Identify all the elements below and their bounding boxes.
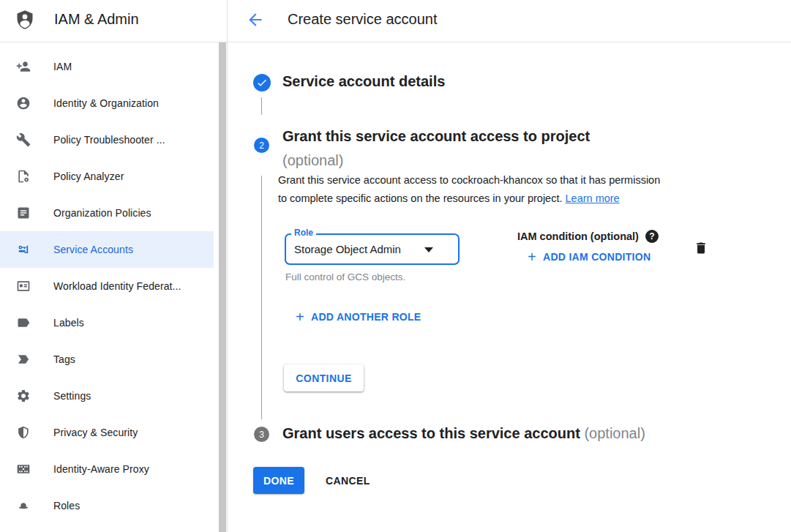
sidebar-item-service-accounts[interactable]: Service Accounts bbox=[0, 231, 214, 268]
sidebar-item-label: Tags bbox=[53, 353, 75, 365]
wrench-icon bbox=[16, 132, 31, 147]
sidebar-item-labels[interactable]: Labels bbox=[0, 304, 214, 341]
sidebar-item-label: Privacy & Security bbox=[53, 427, 138, 438]
back-arrow-icon[interactable] bbox=[246, 10, 265, 29]
person-add-icon bbox=[16, 59, 31, 74]
sidebar-divider bbox=[227, 0, 228, 532]
sidebar-item-label: Labels bbox=[53, 317, 84, 329]
step2-description: Grant this service account access to coc… bbox=[278, 171, 660, 208]
label-icon bbox=[16, 315, 31, 330]
iam-admin-console: IAM & Admin Create service account IAM I… bbox=[0, 0, 791, 532]
sidebar-item-label: IAM bbox=[53, 61, 72, 72]
sidebar-item-roles[interactable]: Roles bbox=[0, 487, 214, 524]
workload-identity-card-icon bbox=[16, 279, 31, 293]
sidebar-item-label: Policy Analyzer bbox=[53, 171, 124, 182]
iam-condition-header: IAM condition (optional) ? bbox=[517, 230, 659, 243]
plus-icon: + bbox=[528, 250, 536, 264]
sidebar-item-settings[interactable]: Settings bbox=[0, 378, 214, 414]
identity-aware-proxy-icon bbox=[16, 462, 31, 476]
product-title: IAM & Admin bbox=[54, 11, 139, 28]
delete-role-trash-icon[interactable] bbox=[694, 240, 708, 256]
step2-optional-label: (optional) bbox=[282, 149, 590, 173]
role-select[interactable]: Storage Object Admin bbox=[285, 233, 460, 265]
plus-icon: + bbox=[296, 310, 304, 324]
continue-button[interactable]: CONTINUE bbox=[284, 364, 364, 391]
sidebar-nav: IAM Identity & Organization Policy Troub… bbox=[0, 48, 214, 524]
check-icon bbox=[256, 77, 268, 89]
step3-number-indicator: 3 bbox=[254, 427, 269, 442]
service-account-icon bbox=[16, 242, 31, 257]
sidebar-item-organization-policies[interactable]: Organization Policies bbox=[0, 195, 214, 231]
header-divider bbox=[0, 42, 791, 42]
step-connector bbox=[261, 97, 262, 115]
page-title: Create service account bbox=[288, 11, 438, 28]
step1-title[interactable]: Service account details bbox=[282, 73, 445, 90]
gear-icon bbox=[16, 389, 31, 403]
cancel-button[interactable]: CANCEL bbox=[326, 467, 370, 494]
sidebar-item-iam[interactable]: IAM bbox=[0, 48, 214, 85]
sidebar-item-label: Workload Identity Federat... bbox=[53, 280, 181, 292]
step2-number-indicator: 2 bbox=[254, 138, 269, 153]
sidebar-item-policy-analyzer[interactable]: Policy Analyzer bbox=[0, 158, 214, 195]
add-iam-condition-button[interactable]: + ADD IAM CONDITION bbox=[528, 250, 651, 264]
sidebar-item-label: Organization Policies bbox=[53, 207, 151, 219]
sidebar-item-label: Roles bbox=[53, 500, 80, 512]
account-circle-icon bbox=[16, 96, 31, 110]
step-connector bbox=[261, 176, 262, 419]
step1-completed-indicator bbox=[253, 74, 271, 91]
sidebar-item-label: Settings bbox=[53, 390, 91, 402]
sidebar-item-label: Identity & Organization bbox=[53, 97, 159, 109]
sidebar-item-workload-identity-federation[interactable]: Workload Identity Federat... bbox=[0, 268, 214, 304]
sidebar-item-tags[interactable]: Tags bbox=[0, 341, 214, 378]
iam-admin-logo-shield-person-icon bbox=[14, 9, 36, 31]
sidebar-item-identity-aware-proxy[interactable]: Identity-Aware Proxy bbox=[0, 451, 214, 487]
org-policies-doc-icon bbox=[16, 206, 31, 220]
roles-hat-icon bbox=[16, 498, 31, 513]
role-field-label: Role bbox=[291, 228, 316, 238]
sidebar-scrollbar[interactable] bbox=[219, 42, 226, 532]
sidebar-item-policy-troubleshooter[interactable]: Policy Troubleshooter ... bbox=[0, 121, 214, 158]
step2-title: Grant this service account access to pro… bbox=[282, 124, 590, 173]
policy-analyzer-icon bbox=[16, 169, 31, 184]
sidebar-item-privacy-security[interactable]: Privacy & Security bbox=[0, 414, 214, 451]
privacy-shield-icon bbox=[16, 425, 31, 440]
sidebar-item-identity-organization[interactable]: Identity & Organization bbox=[0, 85, 214, 121]
sidebar-item-label: Service Accounts bbox=[53, 244, 133, 255]
role-select-value: Storage Object Admin bbox=[294, 243, 401, 255]
learn-more-link[interactable]: Learn more bbox=[566, 192, 620, 204]
add-another-role-button[interactable]: + ADD ANOTHER ROLE bbox=[296, 310, 421, 324]
role-helper-text: Full control of GCS objects. bbox=[285, 271, 405, 282]
iam-condition-label: IAM condition (optional) bbox=[517, 231, 639, 242]
step3-optional-label: (optional) bbox=[584, 425, 645, 441]
sidebar-item-label: Identity-Aware Proxy bbox=[53, 463, 149, 475]
tag-arrow-icon bbox=[16, 352, 31, 367]
sidebar-item-label: Policy Troubleshooter ... bbox=[53, 134, 165, 146]
step3-title[interactable]: Grant users access to this service accou… bbox=[282, 425, 645, 442]
help-icon[interactable]: ? bbox=[645, 230, 659, 243]
dropdown-caret-icon bbox=[424, 247, 433, 252]
done-button[interactable]: DONE bbox=[253, 467, 304, 494]
